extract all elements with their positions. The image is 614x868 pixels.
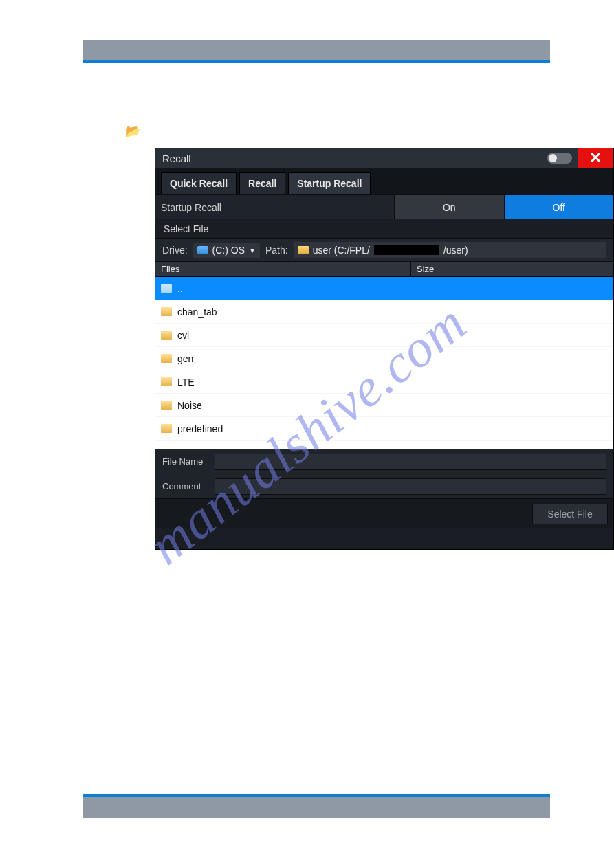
size-column-header[interactable]: Size xyxy=(411,262,613,276)
folder-icon xyxy=(161,424,172,433)
file-name-label: File Name xyxy=(155,456,215,467)
file-name: cvl xyxy=(177,330,189,341)
drive-label: Drive: xyxy=(162,245,188,256)
tab-startup-recall[interactable]: Startup Recall xyxy=(288,172,371,194)
select-file-section-title: Select File xyxy=(155,219,613,238)
off-button[interactable]: Off xyxy=(504,195,614,219)
folder-icon xyxy=(161,307,172,316)
path-field[interactable]: user (C:/FPL/ /user) xyxy=(294,242,606,258)
file-list[interactable]: .. chan_tab cvl gen LTE Noise predefined xyxy=(155,277,613,449)
files-column-header[interactable]: Files xyxy=(155,262,411,276)
page-header-bar xyxy=(83,40,550,60)
comment-input[interactable] xyxy=(215,478,606,495)
file-list-header: Files Size xyxy=(155,262,613,277)
file-name: Noise xyxy=(177,400,202,411)
file-name-input[interactable] xyxy=(215,454,606,470)
list-item[interactable]: LTE xyxy=(155,370,613,394)
folder-icon xyxy=(161,284,172,293)
select-file-button[interactable]: Select File xyxy=(532,504,608,524)
dialog-footer: Select File xyxy=(155,498,613,528)
list-item[interactable]: chan_tab xyxy=(155,300,613,324)
tab-bar: Quick Recall Recall Startup Recall xyxy=(155,168,613,194)
drive-select[interactable]: (C:) OS ▼ xyxy=(193,243,260,258)
drive-path-row: Drive: (C:) OS ▼ Path: user (C:/FPL/ /us… xyxy=(155,238,613,262)
file-name: LTE xyxy=(177,377,195,388)
list-item[interactable]: predefined xyxy=(155,417,613,441)
path-label: Path: xyxy=(265,245,288,256)
list-item[interactable]: cvl xyxy=(155,324,613,347)
folder-icon xyxy=(161,331,172,340)
dialog-toggle-icon[interactable] xyxy=(547,153,572,164)
file-name: .. xyxy=(177,283,183,294)
drive-value: (C:) OS xyxy=(212,245,245,256)
file-name: predefined xyxy=(177,423,223,434)
comment-label: Comment xyxy=(155,481,215,491)
tab-quick-recall[interactable]: Quick Recall xyxy=(161,172,237,194)
folder-icon xyxy=(161,354,172,363)
tab-recall[interactable]: Recall xyxy=(239,172,285,194)
folder-icon xyxy=(161,401,172,410)
dialog-titlebar: Recall ✕ xyxy=(155,148,613,168)
file-name: chan_tab xyxy=(177,307,217,318)
recall-dialog: Recall ✕ Quick Recall Recall Startup Rec… xyxy=(155,148,614,550)
list-item[interactable]: .. xyxy=(155,277,613,300)
file-name: gen xyxy=(177,353,193,364)
dialog-title: Recall xyxy=(162,153,191,164)
startup-recall-row: Startup Recall On Off xyxy=(155,194,613,219)
open-folder-icon: 📂 xyxy=(125,124,140,139)
drive-icon xyxy=(197,246,208,254)
on-button[interactable]: On xyxy=(394,195,504,219)
folder-icon xyxy=(298,246,309,254)
comment-row: Comment xyxy=(155,474,613,498)
close-button[interactable]: ✕ xyxy=(578,148,613,168)
page-footer-bar xyxy=(83,797,550,818)
list-item[interactable]: gen xyxy=(155,347,613,370)
path-prefix: user (C:/FPL/ xyxy=(313,245,370,256)
chevron-down-icon: ▼ xyxy=(249,247,256,254)
file-name-row: File Name xyxy=(155,449,613,474)
path-redacted xyxy=(374,245,439,255)
folder-icon xyxy=(161,377,172,386)
list-item[interactable]: Noise xyxy=(155,394,613,417)
startup-recall-label: Startup Recall xyxy=(155,195,394,219)
path-suffix: /user) xyxy=(443,245,468,256)
